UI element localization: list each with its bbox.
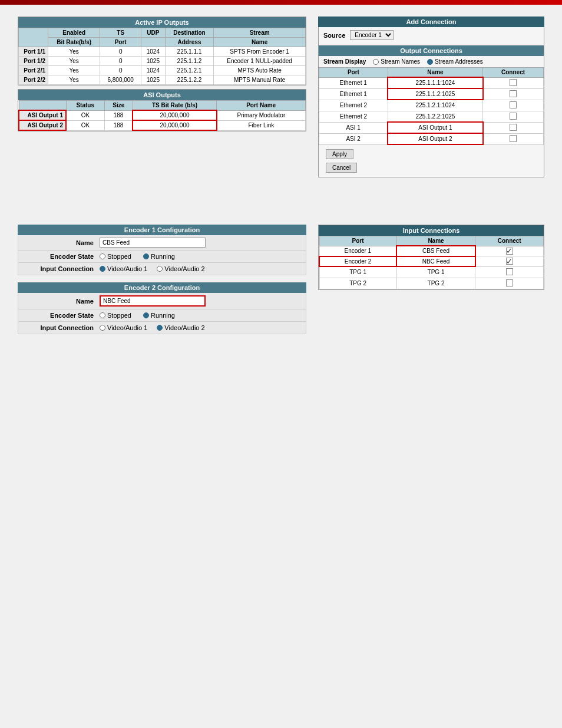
encoder1-va2-label: Video/Audio 2: [164, 265, 204, 272]
th-bitrate: Bit Rate(b/s): [48, 38, 100, 47]
th-stream: Stream: [214, 28, 306, 38]
stream-addresses-option[interactable]: Stream Addresses: [427, 58, 483, 65]
output-conn-row: Ethernet 2 225.1.2.2:1025: [319, 111, 544, 122]
th-ic-connect: Connect: [475, 236, 544, 246]
asi-output-label: ASI Output 1: [19, 110, 66, 120]
encoder1-va1-radio[interactable]: [100, 266, 105, 272]
stream-addresses-label: Stream Addresses: [435, 58, 483, 65]
oc-checkbox[interactable]: [510, 101, 517, 108]
top-section: Active IP Outputs Enabled TS UDP Destina…: [18, 17, 544, 177]
th-asi-portname: Port Name: [217, 101, 306, 111]
ic-port: TPG 2: [319, 278, 396, 289]
oc-connect[interactable]: [483, 77, 544, 88]
ic-connect[interactable]: [475, 278, 544, 289]
asi-output-portname: Fiber Link: [217, 120, 306, 130]
encoder1-name-input[interactable]: [100, 238, 206, 248]
encoder2-input-conn-label: Input Connection: [23, 324, 100, 331]
encoder2-va1-option[interactable]: Video/Audio 1: [100, 324, 147, 331]
input-conn-row: TPG 2 TPG 2: [319, 278, 544, 289]
ic-name: TPG 1: [396, 266, 475, 278]
asi-output-label: ASI Output 2: [19, 120, 66, 130]
ic-connect[interactable]: ✓: [475, 246, 544, 256]
encoder1-stopped-radio[interactable]: [100, 253, 105, 259]
cancel-button[interactable]: Cancel: [326, 163, 357, 173]
th-asi-size: Size: [104, 101, 133, 111]
encoder2-stopped-option[interactable]: Stopped: [100, 312, 131, 319]
ip-output-stream: Encoder 1 NULL-padded: [214, 57, 306, 66]
encoder2-name-label: Name: [23, 298, 100, 305]
asi-output-portname: Primary Modulator: [217, 110, 306, 120]
oc-checkbox[interactable]: [510, 113, 517, 120]
oc-connect[interactable]: [483, 111, 544, 122]
output-conn-row: Ethernet 1 225.1.1.2:1025: [319, 88, 544, 100]
encoder1-va1-option[interactable]: Video/Audio 1: [100, 265, 147, 272]
encoder1-stopped-option[interactable]: Stopped: [100, 253, 131, 260]
output-conn-row: ASI 2 ASI Output 2: [319, 133, 544, 144]
encoder1-input-conn-row: Input Connection Video/Audio 1 Video/Aud…: [18, 263, 306, 275]
encoder1-input-conn-options: Video/Audio 1 Video/Audio 2: [100, 265, 205, 272]
source-select[interactable]: Encoder 1Encoder 2: [350, 30, 394, 40]
apply-button[interactable]: Apply: [326, 149, 353, 159]
th-port: Port: [100, 38, 141, 47]
active-ip-outputs-header: Active IP Outputs: [18, 17, 306, 28]
ip-output-row: Port 1/1 Yes 0 1024 225.1.1.1 SPTS From …: [19, 47, 306, 57]
encoder2-input-conn-row: Input Connection Video/Audio 1 Video/Aud…: [18, 322, 306, 334]
ip-output-ts: 0: [100, 57, 141, 66]
ip-output-udp: 1024: [141, 66, 166, 75]
ic-connect[interactable]: ✓: [475, 256, 544, 267]
encoder2-stopped-radio[interactable]: [100, 312, 105, 318]
th-name: Name: [214, 38, 306, 47]
oc-checkbox[interactable]: [510, 124, 517, 131]
oc-checkbox[interactable]: [510, 79, 517, 86]
encoder1-state-label: Encoder State: [23, 253, 100, 260]
page-content: Active IP Outputs Enabled TS UDP Destina…: [0, 5, 562, 351]
th-ts: TS: [100, 28, 141, 38]
encoder2-name-input[interactable]: [100, 295, 206, 307]
ic-checkbox[interactable]: ✓: [506, 248, 513, 255]
stream-names-option[interactable]: Stream Names: [373, 58, 420, 65]
encoder2-running-option[interactable]: Running: [143, 312, 175, 319]
ip-output-ts: 6,800,000: [100, 75, 141, 85]
source-row: Source Encoder 1Encoder 2: [319, 27, 544, 43]
ip-output-label: Port 1/1: [19, 47, 48, 57]
oc-connect[interactable]: [483, 100, 544, 111]
oc-port: Ethernet 2: [319, 100, 388, 111]
encoder1-config-block: Encoder 1 Configuration Name Encoder Sta…: [18, 225, 306, 275]
asi-output-status: OK: [66, 110, 104, 120]
ic-checkbox[interactable]: ✓: [506, 258, 513, 265]
stream-names-radio[interactable]: [373, 59, 379, 65]
encoder2-running-radio[interactable]: [143, 312, 149, 318]
encoder1-running-radio[interactable]: [143, 253, 149, 259]
ip-output-row: Port 2/2 Yes 6,800,000 1025 225.1.2.2 MP…: [19, 75, 306, 85]
encoder1-running-option[interactable]: Running: [143, 253, 175, 260]
encoder2-va1-radio[interactable]: [100, 325, 105, 331]
ic-connect[interactable]: [475, 266, 544, 278]
top-bar: [0, 0, 562, 5]
oc-checkbox[interactable]: [510, 135, 517, 142]
encoder1-name-label: Name: [23, 239, 100, 246]
oc-connect[interactable]: [483, 133, 544, 144]
oc-connect[interactable]: [483, 122, 544, 133]
ic-checkbox[interactable]: [506, 268, 513, 275]
oc-checkbox[interactable]: [510, 90, 517, 97]
ic-checkbox[interactable]: [506, 279, 513, 286]
bottom-section: Encoder 1 Configuration Name Encoder Sta…: [18, 225, 544, 339]
ip-output-enabled: Yes: [48, 47, 100, 57]
asi-output-bitrate: 20,000,000: [133, 120, 216, 130]
encoder2-va2-option[interactable]: Video/Audio 2: [157, 324, 204, 331]
encoder1-va2-radio[interactable]: [157, 266, 163, 272]
encoder2-va1-label: Video/Audio 1: [107, 324, 147, 331]
encoder1-va2-option[interactable]: Video/Audio 2: [157, 265, 204, 272]
asi-output-row: ASI Output 2 OK 188 20,000,000 Fiber Lin…: [19, 120, 306, 130]
stream-names-label: Stream Names: [381, 58, 420, 65]
stream-addresses-radio[interactable]: [427, 59, 433, 65]
ip-output-dest: 225.1.1.2: [165, 57, 214, 66]
encoder2-state-row: Encoder State Stopped Running: [18, 309, 306, 322]
encoder1-state-row: Encoder State Stopped Running: [18, 251, 306, 263]
ip-output-dest: 225.1.1.1: [165, 47, 214, 57]
encoder2-config-header: Encoder 2 Configuration: [18, 282, 306, 293]
asi-output-bitrate: 20,000,000: [133, 110, 216, 120]
encoder2-va2-radio[interactable]: [157, 325, 163, 331]
input-connections-panel: Input Connections Port Name Connect Enco…: [318, 225, 544, 339]
oc-connect[interactable]: [483, 88, 544, 100]
